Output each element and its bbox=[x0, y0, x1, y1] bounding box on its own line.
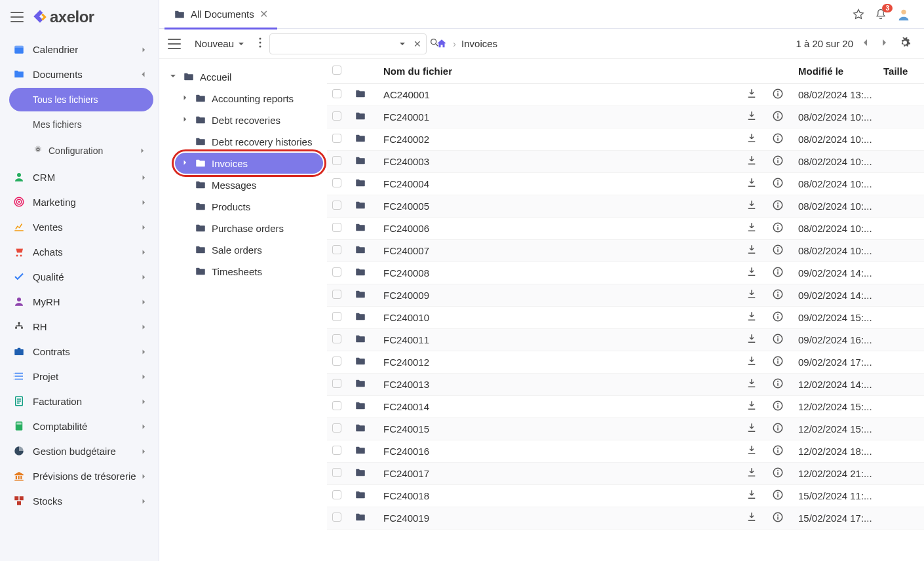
search-input[interactable] bbox=[270, 39, 395, 49]
download-icon[interactable] bbox=[741, 485, 767, 507]
info-icon[interactable] bbox=[767, 374, 793, 396]
search-dropdown-icon[interactable] bbox=[395, 39, 410, 49]
row-checkbox[interactable] bbox=[327, 396, 349, 418]
download-icon[interactable] bbox=[741, 262, 767, 284]
sidebar-subitem-configuration[interactable]: Configuration bbox=[9, 138, 153, 163]
row-filename[interactable]: FC240012 bbox=[378, 351, 741, 374]
download-icon[interactable] bbox=[741, 418, 767, 440]
info-icon[interactable] bbox=[767, 351, 793, 374]
info-icon[interactable] bbox=[767, 128, 793, 151]
row-filename[interactable]: FC240014 bbox=[378, 396, 741, 418]
info-icon[interactable] bbox=[767, 195, 793, 218]
row-filename[interactable]: FC240005 bbox=[378, 195, 741, 218]
tree-folder-accounting-reports[interactable]: Accounting reports bbox=[175, 88, 323, 109]
table-row[interactable]: FC24001412/02/2024 15:... bbox=[327, 396, 924, 418]
row-filename[interactable]: FC240001 bbox=[378, 106, 741, 128]
download-icon[interactable] bbox=[741, 218, 767, 240]
info-icon[interactable] bbox=[767, 218, 793, 240]
row-checkbox[interactable] bbox=[327, 218, 349, 240]
info-icon[interactable] bbox=[767, 262, 793, 284]
info-icon[interactable] bbox=[767, 151, 793, 173]
row-checkbox[interactable] bbox=[327, 485, 349, 507]
tree-folder-debt-recoveries[interactable]: Debt recoveries bbox=[175, 109, 323, 130]
download-icon[interactable] bbox=[741, 351, 767, 374]
table-row[interactable]: FC24001209/02/2024 17:... bbox=[327, 351, 924, 374]
table-row[interactable]: FC24000909/02/2024 14:... bbox=[327, 284, 924, 307]
sidebar-item-documents[interactable]: Documents bbox=[5, 62, 153, 87]
header-checkbox[interactable] bbox=[327, 59, 349, 84]
row-checkbox[interactable] bbox=[327, 106, 349, 128]
info-icon[interactable] bbox=[767, 485, 793, 507]
row-filename[interactable]: FC240015 bbox=[378, 418, 741, 440]
row-filename[interactable]: FC240009 bbox=[378, 284, 741, 307]
tree-root[interactable]: Accueil bbox=[163, 66, 323, 87]
tree-folder-debt-recovery-histories[interactable]: Debt recovery histories bbox=[175, 131, 323, 152]
tree-folder-timesheets[interactable]: Timesheets bbox=[175, 261, 323, 282]
download-icon[interactable] bbox=[741, 307, 767, 329]
info-icon[interactable] bbox=[767, 106, 793, 128]
row-filename[interactable]: FC240016 bbox=[378, 440, 741, 463]
info-icon[interactable] bbox=[767, 284, 793, 307]
row-filename[interactable]: FC240017 bbox=[378, 463, 741, 485]
avatar[interactable] bbox=[896, 7, 911, 22]
header-size[interactable]: Taille bbox=[878, 59, 924, 84]
tree-folder-invoices[interactable]: Invoices bbox=[175, 153, 323, 174]
row-checkbox[interactable] bbox=[327, 84, 349, 106]
sidebar-item-contrats[interactable]: Contrats bbox=[5, 339, 153, 364]
row-checkbox[interactable] bbox=[327, 284, 349, 307]
star-icon[interactable] bbox=[852, 8, 865, 21]
row-filename[interactable]: FC240004 bbox=[378, 173, 741, 195]
row-filename[interactable]: FC240003 bbox=[378, 151, 741, 173]
row-filename[interactable]: FC240011 bbox=[378, 329, 741, 351]
row-filename[interactable]: FC240002 bbox=[378, 128, 741, 151]
home-icon[interactable] bbox=[436, 38, 448, 50]
download-icon[interactable] bbox=[741, 173, 767, 195]
row-filename[interactable]: FC240010 bbox=[378, 307, 741, 329]
close-icon[interactable]: ✕ bbox=[260, 8, 268, 20]
download-icon[interactable] bbox=[741, 84, 767, 106]
sidebar-item-calendrier[interactable]: Calendrier bbox=[5, 37, 153, 62]
table-row[interactable]: FC24000308/02/2024 10:... bbox=[327, 151, 924, 173]
row-checkbox[interactable] bbox=[327, 173, 349, 195]
info-icon[interactable] bbox=[767, 307, 793, 329]
row-checkbox[interactable] bbox=[327, 151, 349, 173]
row-filename[interactable]: FC240007 bbox=[378, 240, 741, 262]
toolbar-menu-icon[interactable] bbox=[166, 35, 183, 52]
table-row[interactable]: FC24001109/02/2024 16:... bbox=[327, 329, 924, 351]
page-prev-icon[interactable] bbox=[860, 35, 872, 52]
table-row[interactable]: FC24000508/02/2024 10:... bbox=[327, 195, 924, 218]
sidebar-item-rh[interactable]: RH bbox=[5, 314, 153, 339]
table-row[interactable]: FC24001612/02/2024 18:... bbox=[327, 440, 924, 463]
download-icon[interactable] bbox=[741, 151, 767, 173]
row-checkbox[interactable] bbox=[327, 374, 349, 396]
sidebar-item-comptabilité[interactable]: Comptabilité bbox=[5, 414, 153, 438]
sidebar-subitem-mes-fichiers[interactable]: Mes fichiers bbox=[9, 113, 153, 136]
download-icon[interactable] bbox=[741, 128, 767, 151]
info-icon[interactable] bbox=[767, 507, 793, 530]
table-row[interactable]: FC24001009/02/2024 15:... bbox=[327, 307, 924, 329]
sidebar-item-achats[interactable]: Achats bbox=[5, 239, 153, 264]
row-checkbox[interactable] bbox=[327, 262, 349, 284]
download-icon[interactable] bbox=[741, 440, 767, 463]
header-modified[interactable]: Modifié le bbox=[793, 59, 878, 84]
download-icon[interactable] bbox=[741, 106, 767, 128]
table-row[interactable]: FC24001815/02/2024 11:... bbox=[327, 485, 924, 507]
table-row[interactable]: FC24000108/02/2024 10:... bbox=[327, 106, 924, 128]
sidebar-item-stocks[interactable]: Stocks bbox=[5, 488, 153, 513]
table-row[interactable]: FC24001512/02/2024 15:... bbox=[327, 418, 924, 440]
sidebar-item-gestion-budgétaire[interactable]: Gestion budgétaire bbox=[5, 438, 153, 463]
table-row[interactable]: FC24000408/02/2024 10:... bbox=[327, 173, 924, 195]
row-checkbox[interactable] bbox=[327, 240, 349, 262]
sidebar-item-marketing[interactable]: Marketing bbox=[5, 189, 153, 214]
download-icon[interactable] bbox=[741, 463, 767, 485]
table-row[interactable]: FC24001915/02/2024 17:... bbox=[327, 507, 924, 530]
sidebar-item-crm[interactable]: CRM bbox=[5, 164, 153, 189]
gear-icon[interactable] bbox=[896, 34, 914, 53]
download-icon[interactable] bbox=[741, 374, 767, 396]
sidebar-item-ventes[interactable]: Ventes bbox=[5, 214, 153, 239]
download-icon[interactable] bbox=[741, 240, 767, 262]
row-checkbox[interactable] bbox=[327, 440, 349, 463]
row-checkbox[interactable] bbox=[327, 128, 349, 151]
info-icon[interactable] bbox=[767, 240, 793, 262]
table-row[interactable]: FC24000809/02/2024 14:... bbox=[327, 262, 924, 284]
